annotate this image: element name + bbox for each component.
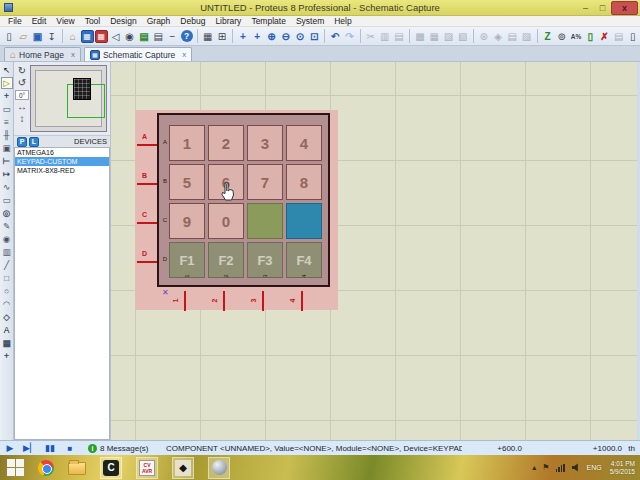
file-explorer-icon[interactable]	[68, 462, 86, 475]
close-button[interactable]: x	[611, 1, 638, 15]
pick-parts-icon[interactable]: ⊛	[477, 29, 490, 44]
menu-graph[interactable]: Graph	[142, 16, 176, 27]
mirror-vertical-button[interactable]: ↕	[20, 113, 25, 125]
virtual-instruments-tool[interactable]: ▥	[1, 246, 13, 258]
wire-autorouter-icon[interactable]: Z	[541, 29, 554, 44]
block-move-icon[interactable]: ▦	[428, 29, 441, 44]
vsm-studio-icon[interactable]: ◁	[109, 29, 122, 44]
device-item-matrix-8x8-red[interactable]: MATRIX-8X8-RED	[15, 166, 109, 175]
block-copy-icon[interactable]: ▩	[413, 29, 426, 44]
rotation-angle-field[interactable]: 0°	[15, 90, 29, 100]
tab-home-page[interactable]: ⌂ Home Page x	[4, 47, 81, 61]
stop-button[interactable]: ■	[60, 444, 80, 453]
menu-system[interactable]: System	[291, 16, 329, 27]
line-2d-tool[interactable]: ╱	[1, 259, 13, 271]
pcb-layout-icon[interactable]: ▦	[95, 29, 108, 44]
menu-help[interactable]: Help	[329, 16, 356, 27]
tab-schematic-capture[interactable]: ▦ Schematic Capture x	[84, 47, 192, 61]
tape-recorder-tool[interactable]: ▭	[1, 194, 13, 206]
taskbar-clock[interactable]: 4:01 PM 5/9/2015	[610, 460, 640, 476]
text-script-tool[interactable]: ≡	[1, 116, 13, 128]
decompose-icon[interactable]: ▨	[520, 29, 533, 44]
pick-devices-button[interactable]: P	[17, 137, 27, 147]
gerber-view-icon[interactable]: ◉	[123, 29, 136, 44]
path-2d-tool[interactable]: ◇	[1, 311, 13, 323]
device-pin-tool[interactable]: ↦	[1, 168, 13, 180]
menu-view[interactable]: View	[51, 16, 79, 27]
zoom-all-icon[interactable]: ⊙	[293, 29, 306, 44]
design-explorer-icon[interactable]: ▤	[137, 29, 150, 44]
pan-icon[interactable]: +	[251, 29, 264, 44]
pause-button[interactable]: ▮▮	[40, 443, 60, 453]
arc-2d-tool[interactable]: ◠	[1, 298, 13, 310]
center-at-cursor-icon[interactable]: +	[236, 29, 249, 44]
import-icon[interactable]: ↧	[45, 29, 58, 44]
schematic-capture-icon[interactable]: ▦	[80, 29, 93, 44]
wire-label-tool[interactable]: ▭	[1, 103, 13, 115]
menu-debug[interactable]: Debug	[175, 16, 210, 27]
volume-icon[interactable]	[572, 463, 581, 472]
schematic-overview[interactable]	[30, 65, 107, 132]
zoom-area-icon[interactable]: ⊡	[308, 29, 321, 44]
zoom-out-icon[interactable]: ⊖	[279, 29, 292, 44]
help-icon[interactable]: ?	[180, 29, 193, 44]
keypad-component[interactable]: A B C D 1 2 3 4 5 6 7 8 9 0	[135, 110, 338, 310]
start-button[interactable]	[7, 459, 24, 476]
zoom-in-icon[interactable]: ⊕	[265, 29, 278, 44]
selection-mode-tool[interactable]: ↖	[1, 64, 13, 76]
text-2d-tool[interactable]: A	[1, 324, 13, 336]
marker-2d-tool[interactable]: +	[1, 350, 13, 362]
subcircuit-tool[interactable]: ▣	[1, 142, 13, 154]
save-file-icon[interactable]: ▣	[31, 29, 44, 44]
menu-edit[interactable]: Edit	[27, 16, 52, 27]
schematic-canvas[interactable]: A B C D 1 2 3 4 5 6 7 8 9 0	[111, 62, 640, 440]
home-page-icon[interactable]: ⌂	[66, 29, 79, 44]
packaging-tool-icon[interactable]: ▤	[506, 29, 519, 44]
play-button[interactable]: ▶	[0, 443, 20, 453]
library-manager-button[interactable]: L	[29, 137, 39, 147]
chrome-icon[interactable]	[38, 460, 54, 476]
rotate-anticlockwise-button[interactable]: ↺	[18, 77, 26, 89]
component-mode-tool[interactable]: ▷	[1, 77, 13, 89]
message-count[interactable]: 8 Message(s)	[100, 444, 152, 453]
search-tag-icon[interactable]: ⊚	[555, 29, 568, 44]
zoom-to-sheet-icon[interactable]: ▯	[626, 29, 639, 44]
grid-toggle-icon[interactable]: ⊞	[215, 29, 228, 44]
make-device-icon[interactable]: ◈	[491, 29, 504, 44]
redo-icon[interactable]: ↷	[343, 29, 356, 44]
undo-icon[interactable]: ↶	[329, 29, 342, 44]
tab-schematic-close-icon[interactable]: x	[182, 50, 186, 59]
junction-dot-tool[interactable]: +	[1, 90, 13, 102]
box-2d-tool[interactable]: □	[1, 272, 13, 284]
network-icon[interactable]	[556, 464, 566, 472]
remove-sheet-icon[interactable]: ✗	[598, 29, 611, 44]
rotate-clockwise-button[interactable]: ↻	[18, 65, 26, 77]
property-assignment-icon[interactable]: A%	[569, 29, 582, 44]
project-notes-icon[interactable]: −	[166, 29, 179, 44]
internet-explorer-taskbar-item[interactable]	[208, 457, 230, 479]
codevision-avr-taskbar-item[interactable]: CV AVR	[136, 457, 158, 479]
proteus-taskbar-item[interactable]: ◆	[172, 457, 194, 479]
generator-mode-tool[interactable]: ◎	[1, 207, 13, 219]
graph-mode-tool[interactable]: ∿	[1, 181, 13, 193]
redraw-icon[interactable]: ▦	[201, 29, 214, 44]
mirror-horizontal-button[interactable]: ↔	[17, 101, 27, 113]
menu-tool[interactable]: Tool	[80, 16, 106, 27]
block-delete-icon[interactable]: ▧	[456, 29, 469, 44]
camtasia-taskbar-item[interactable]: C	[100, 457, 122, 479]
step-button[interactable]: ▶▏	[20, 443, 40, 453]
symbol-2d-tool[interactable]: ▦	[1, 337, 13, 349]
current-probe-tool[interactable]: ◉	[1, 233, 13, 245]
bus-tool[interactable]: ╫	[1, 129, 13, 141]
language-indicator[interactable]: ENG	[587, 464, 602, 471]
bill-of-materials-icon[interactable]: ▤	[152, 29, 165, 44]
goto-sheet-icon[interactable]: ▤	[612, 29, 625, 44]
action-center-flag-icon[interactable]: ⚑	[542, 463, 549, 472]
show-hidden-icons[interactable]: ▴	[532, 463, 536, 472]
message-info-icon[interactable]: i	[88, 444, 97, 453]
copy-icon[interactable]: ▥	[378, 29, 391, 44]
paste-icon[interactable]: ▤	[392, 29, 405, 44]
circle-2d-tool[interactable]: ○	[1, 285, 13, 297]
device-item-keypad-custom[interactable]: KEYPAD-CUSTOM	[15, 157, 109, 166]
menu-design[interactable]: Design	[105, 16, 141, 27]
